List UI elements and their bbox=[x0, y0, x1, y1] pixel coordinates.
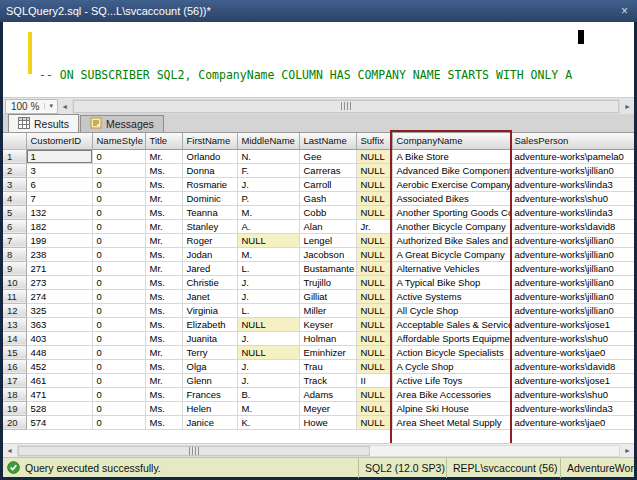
cell-customerid[interactable]: 273 bbox=[26, 275, 92, 289]
cell-title[interactable]: Ms. bbox=[145, 177, 182, 191]
cell-middlename[interactable]: L. bbox=[237, 261, 299, 275]
cell-companyname[interactable]: A Great Bicycle Company bbox=[392, 247, 510, 261]
cell-customerid[interactable]: 274 bbox=[26, 289, 92, 303]
scroll-right-icon[interactable]: ► bbox=[621, 99, 634, 114]
cell-middlename[interactable]: P. bbox=[237, 191, 299, 205]
cell-customerid[interactable]: 452 bbox=[26, 359, 92, 373]
cell-middlename[interactable]: J. bbox=[237, 177, 299, 191]
editor-hscroll-thumb[interactable] bbox=[73, 100, 619, 113]
column-header-middlename[interactable]: MiddleName bbox=[237, 133, 299, 149]
cell-companyname[interactable]: Area Sheet Metal Supply bbox=[392, 415, 510, 429]
cell-namestyle[interactable]: 0 bbox=[92, 401, 145, 415]
cell-middlename[interactable]: M. bbox=[237, 247, 299, 261]
cell-title[interactable]: Ms. bbox=[145, 289, 182, 303]
cell-firstname[interactable]: Helen bbox=[182, 401, 237, 415]
cell-middlename[interactable]: J. bbox=[237, 275, 299, 289]
row-number[interactable]: 18 bbox=[3, 387, 26, 401]
cell-customerid[interactable]: 182 bbox=[26, 219, 92, 233]
cell-customerid[interactable]: 471 bbox=[26, 387, 92, 401]
cell-middlename[interactable]: N. bbox=[237, 149, 299, 163]
cell-suffix[interactable]: NULL bbox=[356, 289, 392, 303]
grid-hscrollbar[interactable] bbox=[17, 445, 620, 457]
cell-lastname[interactable]: Cobb bbox=[299, 205, 356, 219]
cell-companyname[interactable]: All Cycle Shop bbox=[392, 303, 510, 317]
cell-suffix[interactable]: NULL bbox=[356, 163, 392, 177]
cell-companyname[interactable]: Another Bicycle Company bbox=[392, 219, 510, 233]
column-header-lastname[interactable]: LastName bbox=[299, 133, 356, 149]
row-number[interactable]: 20 bbox=[3, 415, 26, 429]
cell-firstname[interactable]: Glenn bbox=[182, 373, 237, 387]
cell-middlename[interactable]: J. bbox=[237, 289, 299, 303]
row-number[interactable]: 11 bbox=[3, 289, 26, 303]
cell-middlename[interactable]: A. bbox=[237, 219, 299, 233]
cell-suffix[interactable]: NULL bbox=[356, 401, 392, 415]
cell-lastname[interactable]: Gilliat bbox=[299, 289, 356, 303]
cell-suffix[interactable]: II bbox=[356, 373, 392, 387]
select-all-corner[interactable] bbox=[3, 133, 26, 149]
cell-middlename[interactable]: J. bbox=[237, 331, 299, 345]
cell-lastname[interactable]: Lengel bbox=[299, 233, 356, 247]
cell-title[interactable]: Ms. bbox=[145, 401, 182, 415]
cell-suffix[interactable]: NULL bbox=[356, 359, 392, 373]
row-number[interactable]: 16 bbox=[3, 359, 26, 373]
column-header-namestyle[interactable]: NameStyle bbox=[92, 133, 145, 149]
cell-salesperson[interactable]: adventure-works\david8 bbox=[510, 359, 634, 373]
row-number[interactable]: 6 bbox=[3, 219, 26, 233]
column-header-suffix[interactable]: Suffix bbox=[356, 133, 392, 149]
cell-middlename[interactable]: K. bbox=[237, 415, 299, 429]
cell-middlename[interactable]: F. bbox=[237, 163, 299, 177]
cell-title[interactable]: Ms. bbox=[145, 163, 182, 177]
cell-lastname[interactable]: Carroll bbox=[299, 177, 356, 191]
cell-companyname[interactable]: Alpine Ski House bbox=[392, 401, 510, 415]
cell-customerid[interactable]: 528 bbox=[26, 401, 92, 415]
row-number[interactable]: 3 bbox=[3, 177, 26, 191]
cell-companyname[interactable]: Advanced Bike Components bbox=[392, 163, 510, 177]
cell-firstname[interactable]: Janet bbox=[182, 289, 237, 303]
cell-title[interactable]: Mr. bbox=[145, 233, 182, 247]
cell-suffix[interactable]: NULL bbox=[356, 345, 392, 359]
cell-firstname[interactable]: Rosmarie bbox=[182, 177, 237, 191]
row-number[interactable]: 19 bbox=[3, 401, 26, 415]
cell-salesperson[interactable]: adventure-works\jae0 bbox=[510, 345, 634, 359]
zoom-selector[interactable]: 100 % ▼ bbox=[5, 99, 58, 114]
cell-firstname[interactable]: Olga bbox=[182, 359, 237, 373]
cell-namestyle[interactable]: 0 bbox=[92, 149, 145, 163]
cell-lastname[interactable]: Carreras bbox=[299, 163, 356, 177]
cell-lastname[interactable]: Eminhizer bbox=[299, 345, 356, 359]
cell-companyname[interactable]: Aerobic Exercise Company bbox=[392, 177, 510, 191]
cell-lastname[interactable]: Track bbox=[299, 373, 356, 387]
cell-customerid[interactable]: 325 bbox=[26, 303, 92, 317]
cell-title[interactable]: Mr. bbox=[145, 261, 182, 275]
title-bar[interactable]: SQLQuery2.sql - SQ...L\svcaccount (56))*… bbox=[0, 0, 637, 22]
cell-title[interactable]: Mr. bbox=[145, 345, 182, 359]
row-number[interactable]: 14 bbox=[3, 331, 26, 345]
cell-namestyle[interactable]: 0 bbox=[92, 177, 145, 191]
cell-title[interactable]: Ms. bbox=[145, 317, 182, 331]
cell-salesperson[interactable]: adventure-works\shu0 bbox=[510, 191, 634, 205]
cell-namestyle[interactable]: 0 bbox=[92, 289, 145, 303]
column-header-firstname[interactable]: FirstName bbox=[182, 133, 237, 149]
column-header-salesperson[interactable]: SalesPerson bbox=[510, 133, 634, 149]
column-header-companyname[interactable]: CompanyName bbox=[392, 133, 510, 149]
cell-firstname[interactable]: Terry bbox=[182, 345, 237, 359]
cell-salesperson[interactable]: adventure-works\jillian0 bbox=[510, 289, 634, 303]
cell-customerid[interactable]: 7 bbox=[26, 191, 92, 205]
cell-salesperson[interactable]: adventure-works\david8 bbox=[510, 219, 634, 233]
row-number[interactable]: 9 bbox=[3, 261, 26, 275]
cell-firstname[interactable]: Christie bbox=[182, 275, 237, 289]
cell-firstname[interactable]: Orlando bbox=[182, 149, 237, 163]
cell-suffix[interactable]: NULL bbox=[356, 177, 392, 191]
grid-hscroll-thumb[interactable] bbox=[18, 446, 370, 456]
cell-middlename[interactable]: J. bbox=[237, 359, 299, 373]
close-icon[interactable]: × bbox=[618, 5, 631, 17]
cell-salesperson[interactable]: adventure-works\jillian0 bbox=[510, 247, 634, 261]
cell-firstname[interactable]: Elizabeth bbox=[182, 317, 237, 331]
grid-scroll-left-icon[interactable]: ◄ bbox=[3, 443, 16, 458]
cell-suffix[interactable]: NULL bbox=[356, 415, 392, 429]
cell-customerid[interactable]: 448 bbox=[26, 345, 92, 359]
cell-suffix[interactable]: NULL bbox=[356, 317, 392, 331]
row-number[interactable]: 13 bbox=[3, 317, 26, 331]
cell-lastname[interactable]: Keyser bbox=[299, 317, 356, 331]
cell-title[interactable]: Mr. bbox=[145, 373, 182, 387]
row-number[interactable]: 5 bbox=[3, 205, 26, 219]
